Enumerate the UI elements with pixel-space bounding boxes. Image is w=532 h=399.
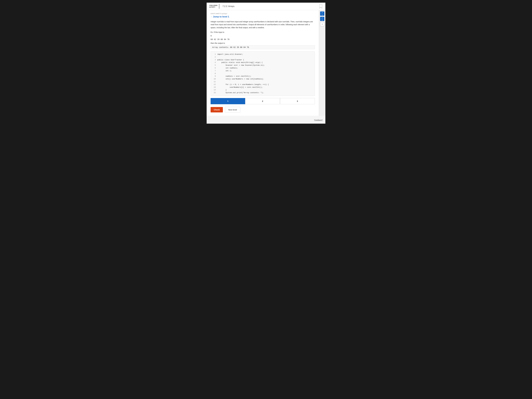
- checkmark-icon-2: ✓: [321, 17, 323, 19]
- checkmark-icon-1: ✓: [321, 12, 323, 14]
- challenge-text-line1: CHALLENGE: [209, 5, 217, 6]
- sidebar-badge-1[interactable]: ✓ 1: [320, 12, 324, 16]
- line-content-11: [217, 81, 218, 83]
- line-num-1: 1: [212, 53, 216, 56]
- challenge-title: 7.2.2: Arrays.: [221, 4, 235, 9]
- code-line-4: 4 public static void main(String[] args)…: [211, 61, 315, 64]
- line-num-13: 13: [212, 86, 216, 89]
- check-button[interactable]: Check: [211, 107, 223, 112]
- line-content-1: import java.util.Scanner;: [217, 53, 243, 56]
- challenge-text-line2: ACTIVITY: [209, 6, 217, 8]
- tab-level-3[interactable]: 3: [280, 98, 315, 104]
- code-line-12: 12 for (i = 0; i < userNumbers.length; +…: [211, 83, 315, 86]
- description-text: Integer numVals is read from input and i…: [211, 20, 315, 29]
- line-num-11: 11: [212, 81, 216, 83]
- jump-to-level-text: Jump to level 1: [213, 15, 229, 18]
- line-num-6: 6: [212, 67, 216, 70]
- sidebar-badge-2[interactable]: ✓ 2: [320, 17, 324, 21]
- bookmark-icon[interactable]: [319, 4, 323, 9]
- line-num-15: 15: [212, 91, 216, 94]
- line-content-3: public class UserTracker {: [217, 59, 244, 61]
- svg-marker-0: [319, 4, 322, 8]
- line-content-10: int[] userNumbers = new int[numVals];: [217, 78, 264, 81]
- line-num-4: 4: [212, 61, 216, 64]
- example-output: Array contents: 68 62 39 80 84 76: [211, 45, 315, 49]
- line-content-5: Scanner scnr = new Scanner(System.in);: [217, 64, 265, 67]
- page-wrapper: CHALLENGE ACTIVITY 7.2.2: Arrays. 534470…: [207, 3, 325, 124]
- line-num-7: 7: [212, 70, 216, 72]
- feedback-link[interactable]: Feedback?: [314, 119, 323, 121]
- example-label: Ex: If the input is: [211, 31, 315, 33]
- line-content-6: int numVals;: [217, 67, 238, 70]
- content-panel: 534470.3669772.qx3zqy7 ← Jump to level 1…: [207, 10, 319, 116]
- code-line-1: 1 import java.util.Scanner;: [211, 53, 315, 56]
- line-num-9: 9: [212, 75, 216, 78]
- code-line-9: 9 numVals = scnr.nextInt();: [211, 75, 315, 78]
- code-line-14: 14 }: [211, 89, 315, 91]
- sidebar-badge-1-number: 1: [322, 14, 323, 16]
- line-content-15: System.out.print("Array contents: ");: [217, 91, 264, 94]
- code-line-11: 11: [211, 81, 315, 83]
- example-input-line1: 6: [211, 34, 315, 37]
- code-line-13: 13 userNumbers[i] = scnr.nextInt();: [211, 86, 315, 89]
- line-content-9: numVals = scnr.nextInt();: [217, 75, 251, 78]
- then-output-text: then the output is:: [211, 42, 315, 44]
- example-input-line2: 68 62 39 80 84 76: [211, 38, 315, 41]
- tab-level-1[interactable]: 1: [211, 98, 245, 104]
- line-content-12: for (i = 0; i < userNumbers.length; ++i)…: [217, 83, 269, 86]
- line-num-10: 10: [212, 78, 216, 81]
- code-line-6: 6 int numVals;: [211, 67, 315, 70]
- line-content-7: int i;: [217, 70, 232, 72]
- jump-arrow-icon: ←: [211, 16, 212, 18]
- tab-level-2-label: 2: [262, 100, 263, 102]
- sidebar-badge-3[interactable]: 3: [320, 22, 324, 26]
- sidebar-badge-2-number: 2: [322, 19, 323, 21]
- line-content-8: [217, 72, 218, 75]
- code-line-5: 5 Scanner scnr = new Scanner(System.in);: [211, 64, 315, 67]
- line-content-4: public static void main(String[] args) {: [217, 61, 263, 64]
- code-line-10: 10 int[] userNumbers = new int[numVals];: [211, 78, 315, 81]
- code-line-8: 8: [211, 72, 315, 75]
- sidebar-badge-3-number: 3: [322, 24, 323, 25]
- level-tabs: 1 2 3: [211, 98, 315, 104]
- line-num-5: 5: [212, 64, 216, 67]
- tab-level-1-label: 1: [227, 100, 228, 102]
- right-sidebar: ✓ 1 ✓ 2 3: [319, 10, 325, 116]
- code-block: 1 import java.util.Scanner; 2 3 public c…: [211, 51, 315, 96]
- line-content-14: }: [217, 89, 227, 91]
- activity-id: 534470.3669772.qx3zqy7: [211, 13, 315, 14]
- line-num-3: 3: [212, 59, 216, 61]
- tab-level-3-label: 3: [297, 100, 298, 102]
- header-spacer: [237, 4, 317, 9]
- header-bar: CHALLENGE ACTIVITY 7.2.2: Arrays.: [207, 3, 325, 10]
- bottom-buttons: Check Next level: [211, 107, 315, 113]
- challenge-label: CHALLENGE ACTIVITY: [209, 4, 219, 9]
- line-num-12: 12: [212, 83, 216, 86]
- code-line-15: 15 System.out.print("Array contents: ");: [211, 91, 315, 94]
- code-line-7: 7 int i;: [211, 70, 315, 72]
- line-content-2: [217, 56, 218, 59]
- line-content-13: userNumbers[i] = scnr.nextInt();: [217, 86, 263, 89]
- code-line-2: 2: [211, 56, 315, 59]
- next-level-button[interactable]: Next level: [225, 107, 240, 113]
- line-num-14: 14: [212, 89, 216, 91]
- tab-level-2[interactable]: 2: [245, 98, 280, 104]
- challenge-title-text: 7.2.2: Arrays.: [222, 5, 235, 7]
- jump-to-level-link[interactable]: ← Jump to level 1: [211, 15, 315, 18]
- main-content: 534470.3669772.qx3zqy7 ← Jump to level 1…: [207, 10, 325, 116]
- code-line-3: 3 public class UserTracker {: [211, 59, 315, 61]
- line-num-2: 2: [212, 56, 216, 59]
- line-num-8: 8: [212, 72, 216, 75]
